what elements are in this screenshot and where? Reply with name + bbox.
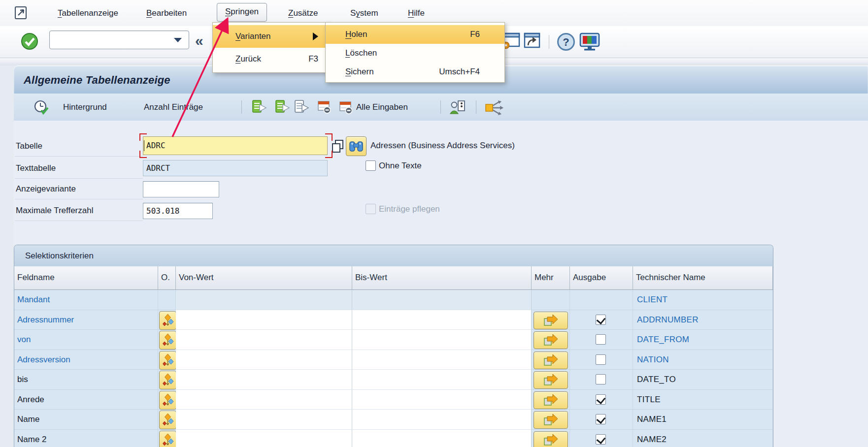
- selection-diamonds-icon: [162, 314, 174, 327]
- menu-item-Holen[interactable]: HolenF6: [326, 25, 504, 44]
- ausgabe-checkbox[interactable]: [596, 394, 606, 405]
- varianten-submenu: HolenF6LöschenSichernUmsch+F4: [325, 22, 505, 83]
- menu-item-Varianten[interactable]: Varianten: [213, 25, 329, 48]
- bis-wert-input[interactable]: [352, 390, 532, 410]
- eintraege-pflegen-row: Einträge pflegen: [366, 204, 440, 214]
- field-name-link[interactable]: Adressversion: [17, 350, 70, 370]
- submenu-arrow-icon: [313, 32, 318, 40]
- column-header-1: Feldname: [14, 266, 158, 290]
- arrow-square-icon: [543, 434, 559, 447]
- ausgabe-checkbox[interactable]: [596, 414, 606, 424]
- field-name-link[interactable]: Adressnummer: [17, 310, 74, 330]
- bis-wert-input[interactable]: [352, 370, 532, 390]
- ohne-texte-checkbox[interactable]: [366, 160, 376, 171]
- apptoolbar-separator: [440, 100, 441, 114]
- select-fields-green2-icon[interactable]: [275, 100, 290, 114]
- field-name-link[interactable]: bis: [17, 370, 28, 389]
- von-wert-input[interactable]: [176, 330, 352, 350]
- selection-options-button[interactable]: [159, 331, 176, 350]
- new-session-icon[interactable]: [502, 32, 520, 49]
- menubar-item-3[interactable]: Springen: [217, 3, 267, 22]
- von-wert-input[interactable]: [176, 350, 352, 370]
- create-shortcut-icon[interactable]: [523, 32, 541, 49]
- selection-options-button[interactable]: [159, 431, 176, 447]
- von-wert-input[interactable]: [176, 390, 352, 410]
- select-fields-green-icon[interactable]: [252, 100, 267, 114]
- selection-options-button[interactable]: [159, 351, 176, 370]
- hintergrund-button[interactable]: Hintergrund: [63, 94, 107, 121]
- execute-clock-icon[interactable]: [33, 100, 50, 116]
- von-wert-input[interactable]: [176, 310, 352, 330]
- selection-options-button[interactable]: [159, 411, 176, 429]
- command-dropdown-icon[interactable]: [174, 38, 182, 42]
- eintraege-pflegen-checkbox: [366, 204, 376, 214]
- menubar-item-2[interactable]: Bearbeiten: [146, 0, 187, 26]
- ausgabe-checkbox[interactable]: [596, 434, 606, 445]
- bis-wert-input[interactable]: [352, 410, 532, 430]
- column-header-4: Bis-Wert: [352, 266, 532, 290]
- select-fields-outline-icon[interactable]: [295, 100, 309, 114]
- selection-options-button[interactable]: [159, 391, 176, 410]
- anzeigevariante-label: Anzeigevariante: [15, 179, 143, 199]
- ausgabe-checkbox[interactable]: [596, 374, 606, 384]
- menu-item-Zurück[interactable]: ZurückF3: [213, 48, 329, 70]
- command-input[interactable]: [49, 31, 189, 49]
- bis-wert-input[interactable]: [352, 350, 532, 370]
- menu-item-Sichern[interactable]: SichernUmsch+F4: [326, 63, 504, 81]
- field-name-link[interactable]: Name: [17, 410, 39, 429]
- technical-name: DATE_FROM: [637, 330, 689, 350]
- bis-wert-input[interactable]: [352, 430, 532, 447]
- alle-eingaben-button[interactable]: Alle Eingaben: [339, 94, 408, 121]
- ausgabe-checkbox[interactable]: [596, 354, 606, 365]
- mehr-multiple-selection-button[interactable]: [534, 351, 568, 369]
- selektionskriterien-groupbox: Selektionskriterien FeldnameO.Von-WertBi…: [14, 245, 773, 447]
- ohne-texte-label: Ohne Texte: [379, 161, 422, 171]
- mehr-multiple-selection-button[interactable]: [534, 371, 568, 389]
- field-name-link[interactable]: Name 2: [17, 430, 47, 447]
- anzeigevariante-input[interactable]: [143, 181, 219, 197]
- tabelle-input[interactable]: ADRC: [143, 136, 328, 155]
- technical-name: DATE_TO: [637, 370, 676, 389]
- mehr-multiple-selection-button[interactable]: [534, 331, 568, 349]
- table-row: Name NAME1: [14, 410, 773, 430]
- ausgabe-checkbox[interactable]: [596, 315, 606, 325]
- von-wert-input[interactable]: [176, 370, 352, 390]
- field-name-link[interactable]: Anrede: [17, 390, 44, 410]
- technical-name: NAME1: [637, 410, 667, 429]
- field-name-link[interactable]: Mandant: [17, 290, 50, 310]
- exit-page-icon[interactable]: [14, 5, 30, 20]
- mehr-multiple-selection-button[interactable]: [534, 411, 568, 429]
- selection-options-button[interactable]: [159, 371, 176, 389]
- bis-wert-input[interactable]: [352, 310, 532, 330]
- technical-name: TITLE: [637, 390, 661, 410]
- page-title: Allgemeine Tabellenanzeige: [24, 66, 170, 94]
- mehr-multiple-selection-button[interactable]: [534, 312, 568, 329]
- menu-item-Löschen[interactable]: Löschen: [326, 44, 504, 63]
- bis-wert-input[interactable]: [352, 330, 532, 350]
- von-wert-input[interactable]: [176, 430, 352, 447]
- distribute-icon[interactable]: [485, 100, 504, 116]
- tabelle-label: Tabelle: [15, 136, 143, 157]
- menubar-item-1[interactable]: Tabellenanzeige: [58, 0, 118, 26]
- max-trefferzahl-input[interactable]: 503.018: [143, 203, 213, 219]
- layout-monitor-icon[interactable]: [579, 32, 600, 51]
- selection-options-button[interactable]: [159, 311, 176, 330]
- technical-name: NAME2: [637, 430, 667, 447]
- mehr-multiple-selection-button[interactable]: [534, 431, 568, 447]
- enter-check-icon[interactable]: [21, 32, 38, 50]
- mehr-multiple-selection-button[interactable]: [534, 391, 568, 409]
- anzahl-eintraege-button[interactable]: Anzahl Einträge: [144, 94, 203, 121]
- springen-menu: VariantenZurückF3: [212, 22, 330, 73]
- field-name-link[interactable]: von: [17, 330, 31, 350]
- von-wert-input[interactable]: [176, 410, 352, 430]
- multiple-values-icon[interactable]: [331, 139, 345, 153]
- column-header-6: Ausgabe: [570, 266, 633, 290]
- search-help-button[interactable]: [346, 136, 367, 156]
- user-parameters-icon[interactable]: [449, 100, 466, 115]
- deselect-rows-icon[interactable]: [318, 100, 331, 114]
- toolbar-separator: [549, 35, 549, 49]
- binoculars-icon: [349, 140, 363, 152]
- ausgabe-checkbox[interactable]: [596, 334, 606, 345]
- collapse-toolbar-icon[interactable]: «: [195, 26, 203, 58]
- help-icon[interactable]: ?: [557, 32, 575, 51]
